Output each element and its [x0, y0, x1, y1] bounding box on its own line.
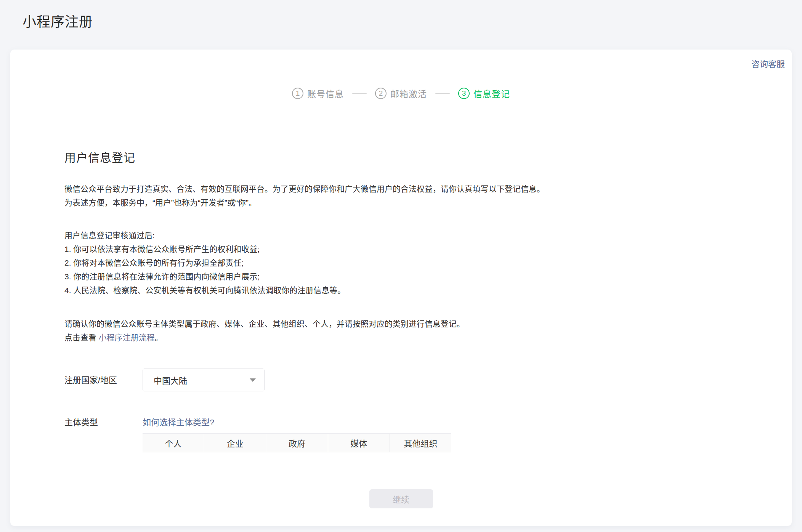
step-2-circle: 2: [375, 88, 387, 99]
tab-media[interactable]: 媒体: [328, 434, 390, 452]
rights-item-3: 3. 你的注册信息将在法律允许的范围内向微信用户展示;: [64, 270, 738, 284]
step-2-label: 邮箱激活: [390, 87, 427, 100]
support-link[interactable]: 咨询客服: [751, 57, 785, 69]
entity-type-help-link[interactable]: 如何选择主体类型?: [143, 416, 451, 429]
step-info-registration: 3 信息登记: [458, 87, 510, 100]
page-title: 小程序注册: [22, 11, 802, 30]
step-dash: [352, 93, 367, 94]
confirm-block: 请确认你的微信公众账号主体类型属于政府、媒体、企业、其他组织、个人，并请按照对应…: [64, 317, 738, 345]
view-prefix: 点击查看: [64, 333, 99, 342]
entity-type-tab-bar: 个人 企业 政府 媒体 其他组织: [143, 433, 451, 452]
step-1-circle: 1: [292, 88, 303, 99]
rights-block: 用户信息登记审核通过后: 1. 你可以依法享有本微信公众账号所产生的权利和收益;…: [64, 229, 738, 297]
rights-title: 用户信息登记审核通过后:: [64, 229, 738, 242]
entity-type-content: 如何选择主体类型? 个人 企业 政府 媒体 其他组织: [143, 416, 451, 452]
country-label: 注册国家/地区: [64, 369, 143, 387]
step-1-label: 账号信息: [307, 87, 344, 100]
entity-type-row: 主体类型 如何选择主体类型? 个人 企业 政府 媒体 其他组织: [64, 416, 738, 452]
step-email-activation: 2 邮箱激活: [375, 87, 427, 100]
step-dash: [435, 93, 450, 94]
intro-line-1: 微信公众平台致力于打造真实、合法、有效的互联网平台。为了更好的保障你和广大微信用…: [64, 182, 738, 196]
step-account-info: 1 账号信息: [292, 87, 344, 100]
view-suffix: 。: [155, 333, 163, 342]
section-heading: 用户信息登记: [64, 152, 738, 164]
country-select[interactable]: 中国大陆: [143, 369, 265, 391]
card-body: 用户信息登记 微信公众平台致力于打造真实、合法、有效的互联网平台。为了更好的保障…: [10, 111, 792, 508]
entity-type-label: 主体类型: [64, 416, 143, 429]
confirm-line: 请确认你的微信公众账号主体类型属于政府、媒体、企业、其他组织、个人，并请按照对应…: [64, 317, 738, 331]
tab-personal[interactable]: 个人: [143, 434, 204, 452]
country-selected-value: 中国大陆: [154, 374, 250, 386]
intro-paragraph: 微信公众平台致力于打造真实、合法、有效的互联网平台。为了更好的保障你和广大微信用…: [64, 182, 738, 210]
rights-item-4: 4. 人民法院、检察院、公安机关等有权机关可向腾讯依法调取你的注册信息等。: [64, 284, 738, 297]
card-header: 咨询客服 1 账号信息 2 邮箱激活 3 信息登记: [10, 50, 792, 111]
button-row: 继续: [64, 489, 738, 508]
step-3-circle: 3: [458, 88, 470, 99]
tab-government[interactable]: 政府: [266, 434, 327, 452]
chevron-down-icon: [250, 378, 256, 382]
country-row: 注册国家/地区 中国大陆: [64, 369, 738, 391]
page-title-bar: 小程序注册: [0, 0, 802, 50]
registration-stepper: 1 账号信息 2 邮箱激活 3 信息登记: [10, 87, 792, 100]
rights-item-2: 2. 你将对本微信公众账号的所有行为承担全部责任;: [64, 256, 738, 270]
registration-card: 咨询客服 1 账号信息 2 邮箱激活 3 信息登记 用户信息登记 微信公众平台致…: [10, 50, 792, 526]
intro-line-2: 为表述方便，本服务中，“用户”也称为“开发者”或“你”。: [64, 196, 738, 210]
registration-process-link[interactable]: 小程序注册流程: [99, 333, 155, 342]
rights-item-1: 1. 你可以依法享有本微信公众账号所产生的权利和收益;: [64, 242, 738, 256]
step-3-label: 信息登记: [473, 87, 510, 100]
tab-enterprise[interactable]: 企业: [204, 434, 266, 452]
view-process-line: 点击查看 小程序注册流程。: [64, 331, 738, 345]
tab-other-organization[interactable]: 其他组织: [390, 434, 451, 452]
continue-button[interactable]: 继续: [369, 489, 433, 508]
